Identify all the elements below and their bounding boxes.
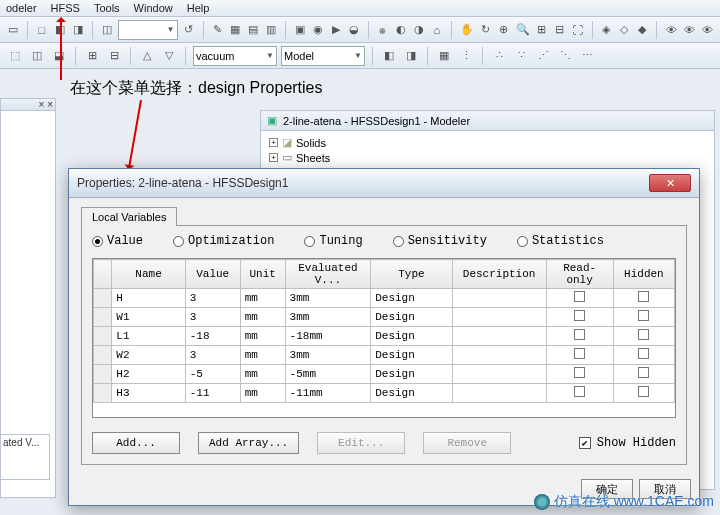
table-row[interactable]: H2-5mm-5mmDesign [94, 365, 675, 384]
visibility-icon[interactable]: 👁 [664, 21, 678, 39]
tab-local-variables[interactable]: Local Variables [81, 207, 177, 226]
menu-tools[interactable]: Tools [94, 2, 120, 14]
menu-help[interactable]: Help [187, 2, 210, 14]
row-header[interactable] [94, 346, 112, 365]
col-name[interactable]: Name [112, 260, 185, 289]
cell-hidden[interactable] [613, 289, 674, 308]
cell-hidden[interactable] [613, 327, 674, 346]
cell-evaluated[interactable]: -5mm [285, 365, 371, 384]
tool-icon[interactable]: ▶ [329, 21, 343, 39]
cell-unit[interactable]: mm [240, 346, 285, 365]
table-row[interactable]: H3-11mm-11mmDesign [94, 384, 675, 403]
table-row[interactable]: W13mm3mmDesign [94, 308, 675, 327]
tool-icon[interactable]: ▦ [228, 21, 242, 39]
cell-unit[interactable]: mm [240, 327, 285, 346]
cell-name[interactable]: W1 [112, 308, 185, 327]
rotate-icon[interactable]: ↻ [479, 21, 493, 39]
radio-value[interactable]: Value [92, 234, 143, 248]
cell-description[interactable] [452, 308, 546, 327]
zoom-in-icon[interactable]: ⊞ [535, 21, 549, 39]
dialog-title-bar[interactable]: Properties: 2-line-atena - HFSSDesign1 ✕ [69, 169, 699, 198]
tool-icon[interactable]: ◨ [71, 21, 85, 39]
cell-description[interactable] [452, 289, 546, 308]
cell-unit[interactable]: mm [240, 365, 285, 384]
cell-type[interactable]: Design [371, 289, 453, 308]
radio-statistics[interactable]: Statistics [517, 234, 604, 248]
tool-icon[interactable]: ⋰ [534, 47, 552, 65]
edit-button[interactable]: Edit... [317, 432, 405, 454]
cell-name[interactable]: L1 [112, 327, 185, 346]
cell-name[interactable]: W2 [112, 346, 185, 365]
cell-evaluated[interactable]: 3mm [285, 289, 371, 308]
table-row[interactable]: L1-18mm-18mmDesign [94, 327, 675, 346]
menu-modeler[interactable]: odeler [6, 2, 37, 14]
cell-hidden[interactable] [613, 365, 674, 384]
tool-icon[interactable]: ◐ [394, 21, 408, 39]
hand-icon[interactable]: ✋ [459, 21, 475, 39]
tool-icon[interactable]: ◉ [311, 21, 325, 39]
tool-icon[interactable]: ✎ [210, 21, 224, 39]
cell-value[interactable]: -18 [185, 327, 240, 346]
tool-icon[interactable]: ⬚ [6, 47, 24, 65]
cell-readonly[interactable] [546, 289, 613, 308]
cell-hidden[interactable] [613, 384, 674, 403]
tree-item-sheets[interactable]: + ▭ Sheets [269, 150, 706, 165]
table-row[interactable]: W23mm3mmDesign [94, 346, 675, 365]
cell-value[interactable]: 3 [185, 308, 240, 327]
fit-icon[interactable]: ⛶ [571, 21, 585, 39]
cell-value[interactable]: -5 [185, 365, 240, 384]
tool-icon[interactable]: ◫ [28, 47, 46, 65]
row-header[interactable] [94, 365, 112, 384]
cell-evaluated[interactable]: 3mm [285, 308, 371, 327]
cell-evaluated[interactable]: -18mm [285, 327, 371, 346]
cell-unit[interactable]: mm [240, 289, 285, 308]
tool-icon[interactable]: ▽ [160, 47, 178, 65]
visibility-icon[interactable]: 👁 [682, 21, 696, 39]
tool-icon[interactable]: ◇ [617, 21, 631, 39]
cell-readonly[interactable] [546, 327, 613, 346]
col-evaluated[interactable]: Evaluated V... [285, 260, 371, 289]
cell-hidden[interactable] [613, 346, 674, 365]
variables-table[interactable]: Name Value Unit Evaluated V... Type Desc… [92, 258, 676, 418]
cell-description[interactable] [452, 346, 546, 365]
model-combo[interactable]: Model▼ [281, 46, 365, 66]
cell-description[interactable] [452, 327, 546, 346]
cell-value[interactable]: -11 [185, 384, 240, 403]
material-combo[interactable]: vacuum▼ [193, 46, 277, 66]
cell-value[interactable]: 3 [185, 346, 240, 365]
expand-icon[interactable]: + [269, 153, 278, 162]
table-row[interactable]: H3mm3mmDesign [94, 289, 675, 308]
add-button[interactable]: Add... [92, 432, 180, 454]
tool-icon[interactable]: ⊕ [497, 21, 511, 39]
cell-name[interactable]: H3 [112, 384, 185, 403]
cell-unit[interactable]: mm [240, 308, 285, 327]
tool-icon[interactable]: ▭ [6, 21, 20, 39]
tool-icon[interactable]: ∴ [490, 47, 508, 65]
row-header[interactable] [94, 308, 112, 327]
tool-icon[interactable]: ⊞ [83, 47, 101, 65]
zoom-icon[interactable]: 🔍 [515, 21, 531, 39]
cell-unit[interactable]: mm [240, 384, 285, 403]
show-hidden-checkbox[interactable]: ✔ Show Hidden [579, 436, 676, 450]
visibility-icon[interactable]: 👁 [700, 21, 714, 39]
cell-type[interactable]: Design [371, 384, 453, 403]
cell-readonly[interactable] [546, 308, 613, 327]
tool-icon[interactable]: ◫ [100, 21, 114, 39]
tool-icon[interactable]: ∵ [512, 47, 530, 65]
tree-item-solids[interactable]: + ◪ Solids [269, 135, 706, 150]
col-value[interactable]: Value [185, 260, 240, 289]
tool-icon[interactable]: ⌂ [430, 21, 444, 39]
panel-close-icon[interactable]: × × [39, 99, 53, 110]
tool-icon[interactable]: ▣ [293, 21, 307, 39]
cell-name[interactable]: H [112, 289, 185, 308]
col-readonly[interactable]: Read-only [546, 260, 613, 289]
tool-icon[interactable]: ▤ [246, 21, 260, 39]
radio-optimization[interactable]: Optimization [173, 234, 274, 248]
expand-icon[interactable]: + [269, 138, 278, 147]
remove-button[interactable]: Remove [423, 432, 511, 454]
tool-icon[interactable]: △ [138, 47, 156, 65]
tool-icon[interactable]: ◨ [402, 47, 420, 65]
cell-type[interactable]: Design [371, 365, 453, 384]
cell-type[interactable]: Design [371, 346, 453, 365]
cell-type[interactable]: Design [371, 308, 453, 327]
